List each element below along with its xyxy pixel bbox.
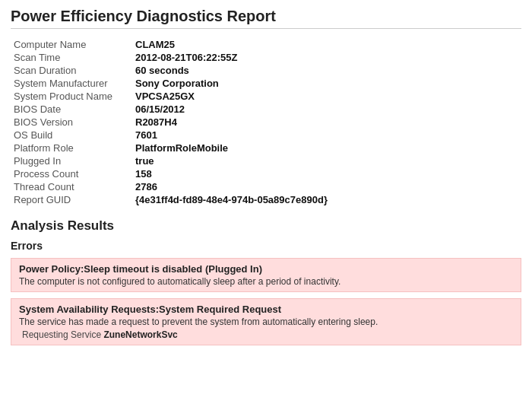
info-value: 2012-08-21T06:22:55Z: [132, 51, 521, 64]
error-description: The service has made a request to preven…: [19, 317, 513, 327]
info-label: Scan Duration: [11, 64, 132, 77]
requesting-service-line: Requesting Service ZuneNetworkSvc: [19, 329, 513, 340]
info-value: true: [132, 154, 521, 167]
info-label: Computer Name: [11, 38, 132, 51]
table-row: Report GUID{4e31ff4d-fd89-48e4-974b-05a8…: [11, 193, 521, 206]
info-value: 60 seconds: [132, 64, 521, 77]
requesting-label: Requesting Service: [22, 329, 103, 340]
info-label: System Manufacturer: [11, 77, 132, 90]
info-label: Plugged In: [11, 154, 132, 167]
errors-container: Power Policy:Sleep timeout is disabled (…: [11, 258, 521, 345]
table-row: OS Build7601: [11, 129, 521, 142]
table-row: Thread Count2786: [11, 180, 521, 193]
page-title: Power Efficiency Diagnostics Report: [11, 8, 521, 29]
info-label: System Product Name: [11, 90, 132, 103]
info-label: Platform Role: [11, 142, 132, 154]
table-row: Process Count158: [11, 167, 521, 180]
table-row: BIOS VersionR2087H4: [11, 116, 521, 129]
error-block: Power Policy:Sleep timeout is disabled (…: [11, 258, 521, 292]
info-label: BIOS Date: [11, 103, 132, 116]
error-description: The computer is not configured to automa…: [19, 276, 513, 287]
errors-heading: Errors: [11, 240, 521, 252]
info-label: OS Build: [11, 129, 132, 142]
info-value: CLAM25: [132, 38, 521, 51]
info-label: Report GUID: [11, 193, 132, 206]
error-title: Power Policy:Sleep timeout is disabled (…: [19, 263, 513, 275]
error-block: System Availability Requests:System Requ…: [11, 298, 521, 345]
table-row: Scan Time2012-08-21T06:22:55Z: [11, 51, 521, 64]
table-row: Computer NameCLAM25: [11, 38, 521, 51]
info-value: VPCSA25GX: [132, 90, 521, 103]
analysis-heading: Analysis Results: [11, 218, 521, 234]
table-row: BIOS Date06/15/2012: [11, 103, 521, 116]
info-value: 06/15/2012: [132, 103, 521, 116]
table-row: Scan Duration60 seconds: [11, 64, 521, 77]
info-label: Scan Time: [11, 51, 132, 64]
table-row: Platform RolePlatformRoleMobile: [11, 142, 521, 154]
table-row: System Product NameVPCSA25GX: [11, 90, 521, 103]
info-value: PlatformRoleMobile: [132, 142, 521, 154]
info-value: {4e31ff4d-fd89-48e4-974b-05a89c7e890d}: [132, 193, 521, 206]
table-row: Plugged Intrue: [11, 154, 521, 167]
info-value: 158: [132, 167, 521, 180]
info-table: Computer NameCLAM25Scan Time2012-08-21T0…: [11, 38, 521, 206]
info-value: R2087H4: [132, 116, 521, 129]
info-label: BIOS Version: [11, 116, 132, 129]
error-title: System Availability Requests:System Requ…: [19, 304, 513, 315]
info-value: 7601: [132, 129, 521, 142]
table-row: System ManufacturerSony Corporation: [11, 77, 521, 90]
info-value: Sony Corporation: [132, 77, 521, 90]
info-label: Thread Count: [11, 180, 132, 193]
info-value: 2786: [132, 180, 521, 193]
info-label: Process Count: [11, 167, 132, 180]
service-name: ZuneNetworkSvc: [103, 329, 177, 340]
